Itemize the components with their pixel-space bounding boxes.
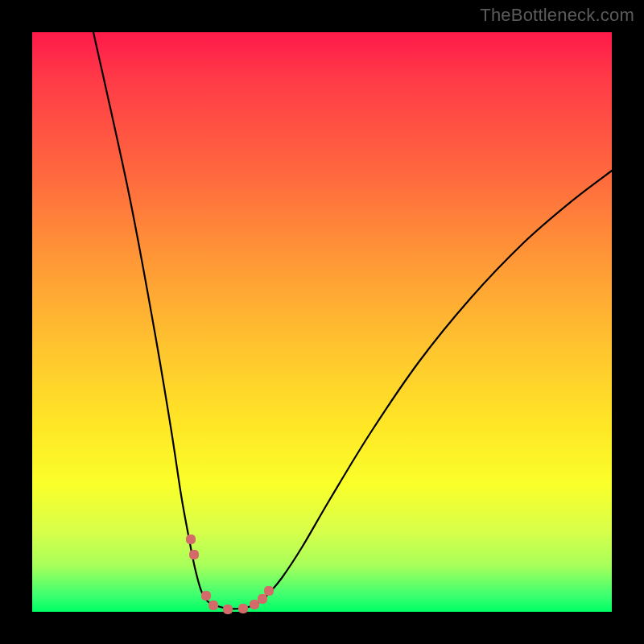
plot-area [32, 32, 612, 612]
bottleneck-curve [93, 32, 612, 609]
curve-marker-3 [208, 601, 218, 610]
curve-marker-4 [223, 605, 233, 614]
curve-marker-2 [201, 591, 211, 601]
curve-marker-0 [186, 535, 196, 544]
chart-frame: TheBottleneck.com [0, 0, 644, 644]
curve-marker-6 [250, 600, 259, 609]
curve-marker-1 [189, 550, 199, 559]
curve-marker-7 [258, 594, 267, 604]
curve-markers [186, 535, 274, 614]
curve-marker-5 [238, 604, 248, 613]
curve-svg [32, 32, 612, 612]
watermark-text: TheBottleneck.com [480, 5, 634, 26]
curve-marker-8 [264, 586, 274, 596]
